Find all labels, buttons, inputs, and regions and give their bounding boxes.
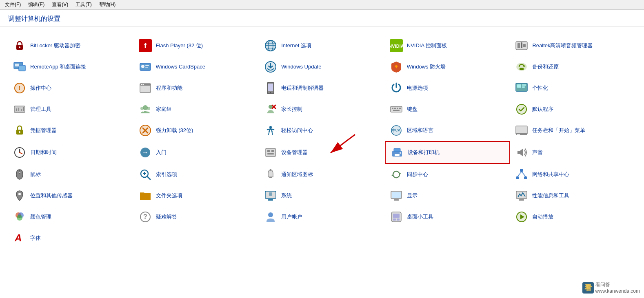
svg-rect-100 [268,199,273,201]
svg-rect-103 [394,199,399,201]
control-item-parental[interactable]: 家长控制 [259,99,385,120]
menu-view[interactable]: 查看(V) [49,0,71,9]
control-item-phone[interactable]: 电话和调制解调器 [259,77,385,99]
control-item-sound[interactable]: 声音 [510,141,636,164]
control-label-credentials: 凭据管理器 [30,127,57,134]
control-item-remoteapp[interactable]: RemoteApp 和桌面连接 [8,56,134,77]
control-label-bitlocker: BitLocker 驱动器加密 [30,42,80,49]
watermark-logo: 看 [582,282,594,294]
control-item-backup[interactable]: 备份和还原 [510,56,636,77]
svg-rect-79 [271,150,274,152]
control-label-firewall: Windows 防火墙 [407,64,446,71]
control-item-easyaccess[interactable]: 轻松访问中心 [259,120,385,141]
parental-icon [263,102,278,117]
getstarted-icon: → [138,145,153,160]
taskbar-icon [514,123,529,138]
svg-rect-106 [519,199,524,201]
control-item-mouse[interactable]: 鼠标 [8,164,134,185]
control-item-realtek[interactable]: Realtek高清晰音频管理器 [510,35,636,56]
svg-rect-82 [394,148,400,152]
control-item-internet[interactable]: Internet 选项 [259,35,385,56]
control-item-firewall[interactable]: Windows 防火墙 [385,56,511,77]
control-item-uninstall[interactable]: 强力卸载 (32位) [134,120,260,141]
page-title: 调整计算机的设置 [8,15,60,22]
control-label-internet: Internet 选项 [281,42,311,49]
control-item-credentials[interactable]: 凭据管理器 [8,120,134,141]
control-item-display[interactable]: 显示 [385,185,511,206]
control-item-region[interactable]: 中/A区域和语言 [385,120,511,141]
control-label-backup: 备份和还原 [532,64,559,71]
region-icon: 中/A [389,123,404,138]
control-label-datetime: 日期和时间 [30,149,57,156]
svg-point-47 [143,105,148,110]
control-item-nvidia[interactable]: NVIDIANVIDIA 控制面板 [385,35,511,56]
svg-rect-51 [391,106,402,112]
remoteapp-icon [12,60,27,74]
control-item-indexing[interactable]: 索引选项 [134,164,260,185]
menu-help[interactable]: 帮助(H) [96,0,119,9]
svg-point-92 [270,169,271,171]
keyboard-icon [389,102,404,117]
control-item-network[interactable]: 网络和共享中心 [510,164,636,185]
homegroup-icon [138,102,153,117]
control-item-gadget[interactable]: 桌面小工具 [385,206,511,227]
control-item-colorman[interactable]: 颜色管理 [8,206,134,227]
watermark-url: www.kanwenda.com [595,288,640,294]
control-item-folder[interactable]: 文件夹选项 [134,185,260,206]
control-item-location[interactable]: 位置和其他传感器 [8,185,134,206]
location-icon [12,188,27,203]
control-item-personal[interactable]: 个性化 [510,77,636,99]
control-item-power[interactable]: 电源选项 [385,77,511,99]
watermark-brand: 看问答 [595,281,640,288]
control-label-perf: 性能信息和工具 [532,192,569,199]
control-item-bitlocker[interactable]: BitLocker 驱动器加密 [8,35,134,56]
control-item-system[interactable]: 系统 [259,185,385,206]
defaultprog-icon [514,102,529,117]
control-item-autoplay[interactable]: 自动播放 [510,206,636,227]
control-item-useraccount[interactable]: 用户帐户 [259,206,385,227]
control-item-synccenter[interactable]: 同步中心 [385,164,511,185]
page-header: 调整计算机的设置 [0,10,644,27]
svg-rect-23 [145,67,148,68]
control-item-taskbar[interactable]: 任务栏和「开始」菜单 [510,120,636,141]
svg-point-60 [19,131,20,133]
menu-file[interactable]: 文件(F) [2,0,24,9]
svg-point-21 [141,65,144,68]
control-item-troubleshoot[interactable]: ?疑难解答 [134,206,260,227]
control-label-easyaccess: 轻松访问中心 [281,127,313,134]
control-item-admintool[interactable]: 管理工具 [8,99,134,120]
svg-rect-22 [145,65,149,66]
control-item-cardspace[interactable]: Windows CardSpace [134,56,260,77]
control-item-perf[interactable]: 性能信息和工具 [510,185,636,206]
programs-icon [138,81,153,95]
svg-point-33 [141,84,142,85]
svg-rect-115 [393,219,396,221]
control-item-programs[interactable]: 程序和功能 [134,77,260,99]
control-item-getstarted[interactable]: →入门 [134,141,260,164]
control-item-actioncenter[interactable]: !操作中心 [8,77,134,99]
control-item-devmgr[interactable]: 设备管理器 [259,141,385,164]
svg-rect-77 [266,148,275,157]
devmgr-icon [263,145,278,160]
control-item-devprinter[interactable]: 设备和打印机 [385,141,511,164]
control-item-keyboard[interactable]: 键盘 [385,99,511,120]
svg-rect-41 [522,86,525,88]
svg-rect-39 [517,84,521,88]
control-item-defaultprog[interactable]: 默认程序 [510,99,636,120]
control-item-homegroup[interactable]: 家庭组 [134,99,260,120]
svg-line-74 [20,152,22,154]
control-item-font[interactable]: A字体 [8,227,134,249]
control-item-datetime[interactable]: 日期和时间 [8,141,134,164]
control-item-winupdate[interactable]: Windows Update [259,56,385,77]
control-item-flash[interactable]: fFlash Player (32 位) [134,35,260,56]
flash-icon: f [138,38,153,53]
folder-icon [138,188,153,203]
menu-tools[interactable]: 工具(T) [72,0,95,9]
svg-point-48 [140,107,144,110]
svg-text:NVIDIA: NVIDIA [390,44,403,49]
menu-edit[interactable]: 编辑(E) [25,0,48,9]
control-item-notification[interactable]: 通知区域图标 [259,164,385,185]
control-label-colorman: 颜色管理 [30,214,51,221]
svg-line-96 [517,172,522,177]
svg-rect-95 [524,177,527,179]
